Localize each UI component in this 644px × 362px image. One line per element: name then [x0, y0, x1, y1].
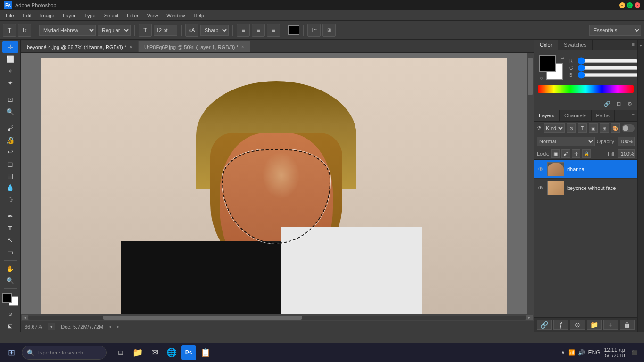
notifications-btn[interactable]: ⬛ — [629, 347, 640, 358]
shape-tool[interactable]: ▭ — [2, 247, 18, 258]
layer-beyonce[interactable]: 👁 beyonce without face — [534, 179, 637, 197]
type-tool[interactable]: T — [2, 222, 18, 234]
menu-type[interactable]: Type — [81, 12, 99, 19]
zoom-tool[interactable]: 🔍 — [2, 275, 18, 286]
lock-transparent-btn[interactable]: ▣ — [551, 149, 560, 158]
menu-image[interactable]: Image — [36, 12, 58, 19]
new-layer-btn[interactable]: + — [603, 320, 618, 330]
nav-next-btn[interactable]: ▸ — [117, 324, 119, 329]
workspace-select[interactable]: Essentials — [589, 25, 641, 36]
blur-tool[interactable]: 💧 — [2, 182, 18, 193]
network-icon[interactable]: 📶 — [568, 349, 575, 356]
layers-tab-paths[interactable]: Paths — [592, 110, 615, 121]
tab-swatches[interactable]: Swatches — [558, 40, 593, 50]
arrow-up-icon[interactable]: ∧ — [561, 349, 565, 356]
swap-colors-icon[interactable]: ⇄ — [561, 56, 564, 60]
menu-file[interactable]: File — [2, 12, 18, 19]
layers-panel-menu[interactable]: ≡ — [629, 110, 637, 121]
add-mask-btn[interactable]: ⊙ — [570, 320, 585, 330]
layers-filter-select[interactable]: Kind — [544, 123, 565, 133]
eyedropper-tool[interactable]: 🔍 — [2, 106, 18, 117]
delete-layer-btn[interactable]: 🗑 — [620, 320, 635, 330]
eraser-tool[interactable]: ◻ — [2, 158, 18, 170]
color-spectrum-bar[interactable] — [538, 85, 634, 93]
tab-close-beyonce[interactable]: × — [129, 44, 132, 49]
hand-tool[interactable]: ✋ — [2, 263, 18, 274]
text-orient-btn[interactable]: T↕ — [18, 24, 31, 37]
fill-input[interactable] — [618, 149, 635, 158]
font-style-select[interactable]: Regular — [98, 25, 131, 36]
layer-rihanna[interactable]: 👁 rihanna — [534, 160, 637, 179]
r-slider[interactable] — [578, 59, 638, 63]
search-bar[interactable]: 🔍 Type here to search — [22, 346, 107, 360]
zoom-menu-btn[interactable]: ▾ — [48, 323, 55, 330]
screen-mode-btn[interactable]: ⬕ — [2, 321, 18, 332]
reset-colors-icon[interactable]: ↺ — [540, 76, 543, 81]
fg-color-chip[interactable] — [2, 293, 12, 303]
text-tool-btn[interactable]: T — [3, 24, 16, 37]
canvas-vertical-scrollbar[interactable] — [527, 53, 534, 314]
history-brush-tool[interactable]: ↩ — [2, 146, 18, 157]
foreground-color-swatch[interactable] — [539, 55, 556, 72]
palettes-btn[interactable]: ⊞ — [322, 24, 336, 37]
hscroll-track[interactable] — [28, 316, 526, 320]
language-indicator[interactable]: ENG — [588, 349, 600, 356]
hscroll-left-btn[interactable]: ◂ — [22, 315, 28, 320]
close-button[interactable]: × — [635, 2, 640, 8]
dodge-tool[interactable]: ☽ — [2, 194, 18, 206]
tab-beyonce[interactable]: beyoncé-4.jpg @ 66,7% (rihanna, RGB/8) *… — [21, 41, 138, 52]
mail-btn[interactable]: ✉ — [147, 345, 162, 360]
menu-edit[interactable]: Edit — [19, 12, 35, 19]
quick-mask-btn[interactable]: ⊙ — [2, 308, 18, 320]
align-right-btn[interactable]: ≡ — [267, 24, 280, 37]
layers-tab-channels[interactable]: Channels — [560, 110, 591, 121]
path-select-tool[interactable]: ↖ — [2, 234, 18, 246]
photoshop-taskbar-btn[interactable]: Ps — [181, 345, 196, 360]
vscroll-thumb[interactable] — [528, 58, 533, 95]
filter-icon-btn4[interactable]: ⊞ — [600, 123, 609, 133]
new-group-btn[interactable]: 📁 — [587, 320, 602, 330]
selection-tool[interactable]: ⬜ — [2, 53, 18, 65]
filter-icon-btn2[interactable]: T — [578, 123, 586, 133]
tab-close-ufp[interactable]: × — [241, 44, 244, 49]
warp-text-btn[interactable]: T~ — [307, 24, 321, 37]
menu-view[interactable]: View — [143, 12, 162, 19]
crop-tool[interactable]: ⊡ — [2, 94, 18, 105]
g-slider[interactable] — [578, 66, 638, 70]
canvas-container[interactable] — [21, 53, 527, 314]
link-layers-btn[interactable]: 🔗 — [537, 320, 552, 330]
move-tool[interactable]: ✛ — [2, 41, 18, 53]
maximize-button[interactable]: □ — [627, 2, 633, 8]
menu-filter[interactable]: Filter — [123, 12, 142, 19]
canvas-horizontal-scrollbar[interactable]: ◂ ▸ — [21, 314, 534, 321]
filter-icon-btn3[interactable]: ▣ — [589, 123, 598, 133]
right-collapse-strip[interactable]: ▸ — [637, 40, 644, 332]
color-panel-menu[interactable]: ≡ — [629, 40, 637, 50]
misc-btn[interactable]: 📋 — [198, 345, 213, 360]
brush-tool[interactable]: 🖌 — [2, 123, 18, 134]
align-left-btn[interactable]: ≡ — [237, 24, 250, 37]
filter-icon-btn1[interactable]: ⊙ — [567, 123, 576, 133]
layers-tab-layers[interactable]: Layers — [534, 110, 560, 121]
minimize-button[interactable]: − — [619, 2, 625, 8]
tab-color[interactable]: Color — [534, 40, 558, 50]
layer-eye-beyonce[interactable]: 👁 — [537, 184, 545, 192]
b-slider[interactable] — [578, 73, 638, 77]
volume-icon[interactable]: 🔊 — [578, 349, 585, 356]
add-style-btn[interactable]: ƒ — [553, 320, 568, 330]
clone-stamp-tool[interactable]: 🔏 — [2, 134, 18, 146]
align-center-btn[interactable]: ≡ — [252, 24, 265, 37]
lasso-tool[interactable]: ⌖ — [2, 66, 18, 77]
menu-select[interactable]: Select — [100, 12, 123, 19]
task-view-btn[interactable]: ⊟ — [113, 345, 128, 360]
font-family-select[interactable]: Myriad Hebrew — [39, 25, 96, 36]
hscroll-right-btn[interactable]: ▸ — [526, 315, 533, 320]
filter-icon-btn5[interactable]: 🎨 — [611, 123, 620, 133]
blend-mode-select[interactable]: Normal — [537, 137, 595, 146]
tab-ufp[interactable]: UfP8Fq6P.jpg @ 50% (Layer 1, RGB/8) * × — [138, 41, 250, 52]
layers-setting-icon2[interactable]: ⊞ — [614, 99, 623, 108]
file-explorer-btn[interactable]: 📁 — [130, 345, 145, 360]
browser-btn[interactable]: 🌐 — [164, 345, 179, 360]
lock-paint-btn[interactable]: 🖌 — [561, 149, 570, 158]
filter-toggle[interactable] — [622, 124, 635, 132]
